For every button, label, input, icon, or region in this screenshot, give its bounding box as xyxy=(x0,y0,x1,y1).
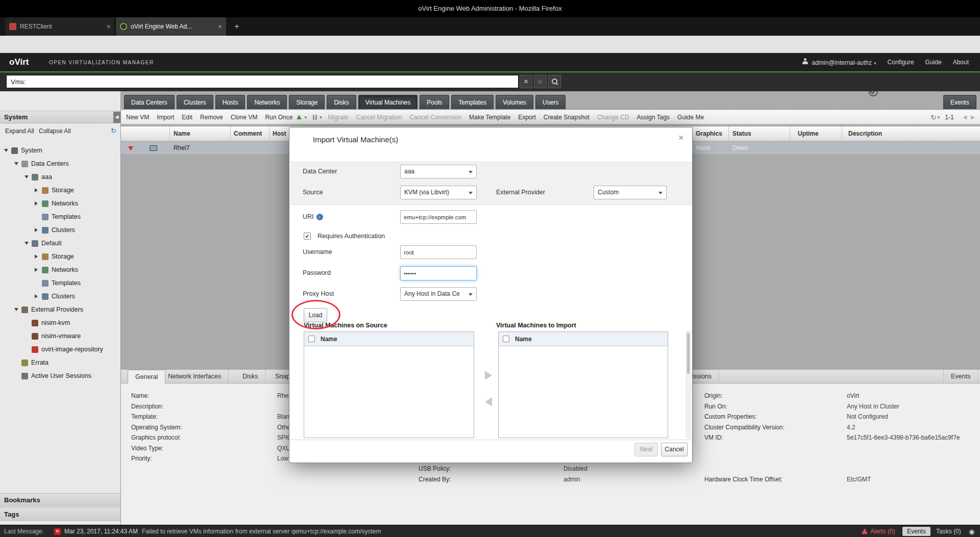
tree-item-ovirt-image-repository[interactable]: ovirt-image-repository xyxy=(0,343,120,356)
expander-down-icon[interactable] xyxy=(24,175,29,178)
tab-users[interactable]: Users xyxy=(535,95,566,109)
tree-item-storage[interactable]: Storage xyxy=(0,250,120,263)
select-all-checkbox[interactable] xyxy=(308,336,315,342)
tasks-button[interactable]: Tasks (0) xyxy=(936,528,961,535)
browser-tab-ovirt[interactable]: oVirt Engine Web Ad... × xyxy=(116,17,226,36)
expander-right-icon[interactable] xyxy=(35,268,38,272)
tree-item-external-providers[interactable]: External Providers xyxy=(0,303,120,316)
change-cd-button[interactable]: Change CD xyxy=(597,114,629,121)
tree-item-templates[interactable]: Templates xyxy=(0,210,120,223)
search-clear-button[interactable]: ✕ xyxy=(520,75,532,88)
alerts-button[interactable]: Alerts (0) xyxy=(862,528,895,535)
proxy-host-select[interactable]: Any Host in Data Ce xyxy=(400,287,477,301)
tree-refresh-icon[interactable]: ↻ xyxy=(111,127,116,135)
tree-item-networks[interactable]: Networks xyxy=(0,263,120,276)
user-menu[interactable]: admin@internal-authz▾ xyxy=(802,58,876,66)
tab-events[interactable]: Events xyxy=(943,95,976,109)
detail-tab-disks[interactable]: Disks xyxy=(235,370,266,383)
tab-hosts[interactable]: Hosts xyxy=(215,95,246,109)
expander-down-icon[interactable] xyxy=(14,162,18,165)
tree-item-default[interactable]: Default xyxy=(0,237,120,250)
source-select[interactable]: KVM (via Libvirt) xyxy=(400,186,477,199)
make-template-button[interactable]: Make Template xyxy=(469,114,510,121)
tab-clusters[interactable]: Clusters xyxy=(177,95,213,109)
next-button[interactable]: Next xyxy=(634,443,658,456)
expander-down-icon[interactable] xyxy=(4,149,8,152)
col-status[interactable]: Status xyxy=(732,130,751,137)
cancel-migration-button[interactable]: Cancel Migration xyxy=(356,114,402,121)
tab-pools[interactable]: Pools xyxy=(420,95,449,109)
tree-item-nisim-kvm[interactable]: nisim-kvm xyxy=(0,316,120,329)
uri-input[interactable] xyxy=(400,210,477,224)
page-prev-icon[interactable]: ◀ xyxy=(963,114,967,120)
tree-item-aaa[interactable]: aaa xyxy=(0,170,120,184)
new-tab-button[interactable]: + xyxy=(231,20,243,33)
guide-me-button[interactable]: Guide Me xyxy=(677,114,704,121)
tab-virtual-machines[interactable]: Virtual Machines xyxy=(358,95,418,109)
migrate-button[interactable]: Migrate xyxy=(328,114,349,121)
panel-collapse-icon[interactable]: ◀ xyxy=(113,112,120,123)
move-left-icon[interactable] xyxy=(485,397,492,406)
expander-right-icon[interactable] xyxy=(35,294,38,298)
remove-button[interactable]: Remove xyxy=(200,114,223,121)
load-button[interactable]: Load xyxy=(304,308,327,322)
tab-disks[interactable]: Disks xyxy=(327,95,356,109)
expander-right-icon[interactable] xyxy=(35,188,38,192)
tree-item-clusters[interactable]: Clusters xyxy=(0,223,120,237)
run-icon[interactable] xyxy=(297,115,302,119)
detail-tab-events[interactable]: Events xyxy=(943,370,978,383)
new-vm-button[interactable]: New VM xyxy=(126,114,149,121)
expander-right-icon[interactable] xyxy=(35,201,38,206)
move-right-icon[interactable] xyxy=(485,371,492,380)
tree-item-networks[interactable]: Networks xyxy=(0,197,120,210)
browser-tab-restclient[interactable]: RESTClient × xyxy=(5,17,115,36)
collapse-all-link[interactable]: Collapse All xyxy=(39,127,71,135)
edit-button[interactable]: Edit xyxy=(182,114,192,121)
expander-down-icon[interactable] xyxy=(14,308,18,311)
bookmarks-section[interactable]: Bookmarks xyxy=(0,493,120,506)
tree-item-system[interactable]: System xyxy=(0,144,120,157)
tags-section[interactable]: Tags xyxy=(0,507,120,521)
page-next-icon[interactable]: ▶ xyxy=(971,114,975,120)
source-vm-list[interactable]: Name xyxy=(304,331,474,438)
cancel-conversion-button[interactable]: Cancel Conversion xyxy=(410,114,461,121)
tree-item-data-centers[interactable]: Data Centers xyxy=(0,157,120,170)
tree-item-errata[interactable]: Errata xyxy=(0,356,120,369)
ovirt-search-field[interactable] xyxy=(6,75,519,88)
col-name[interactable]: Name xyxy=(174,130,190,137)
data-center-select[interactable]: aaa xyxy=(400,165,477,178)
list-column-name[interactable]: Name xyxy=(321,336,337,343)
select-all-checkbox[interactable] xyxy=(503,336,509,342)
suspend-icon[interactable] xyxy=(313,115,317,120)
dialog-close-icon[interactable]: × xyxy=(678,133,684,143)
expander-right-icon[interactable] xyxy=(35,228,38,232)
username-input[interactable] xyxy=(400,245,477,259)
shutdown-caret-icon[interactable]: ▾ xyxy=(320,115,322,120)
search-go-button[interactable] xyxy=(548,75,561,88)
tree-item-clusters[interactable]: Clusters xyxy=(0,290,120,303)
search-bookmark-button[interactable]: ☆ xyxy=(534,75,547,88)
run-caret-icon[interactable]: ▾ xyxy=(304,115,307,120)
tree-item-nisim-vmware[interactable]: nisim-vmware xyxy=(0,329,120,343)
col-uptime[interactable]: Uptime xyxy=(798,130,819,137)
col-graphics[interactable]: Graphics xyxy=(696,130,722,137)
gear-icon[interactable]: ◉ xyxy=(969,528,974,535)
refresh-caret-icon[interactable]: ▾ xyxy=(938,115,940,120)
clone-vm-button[interactable]: Clone VM xyxy=(231,114,258,121)
system-panel-header[interactable]: System ◀ xyxy=(0,111,120,123)
import-vm-list[interactable]: Name xyxy=(498,331,668,438)
tree-item-active-user-sessions[interactable]: Active User Sessions xyxy=(0,369,120,382)
tree-item-templates[interactable]: Templates xyxy=(0,276,120,290)
refresh-icon[interactable]: ↻ xyxy=(930,113,937,121)
tab-networks[interactable]: Networks xyxy=(247,95,287,109)
expander-down-icon[interactable] xyxy=(24,242,29,245)
tab-storage[interactable]: Storage xyxy=(289,95,325,109)
tab-data-centers[interactable]: Data Centers xyxy=(124,95,175,109)
expander-right-icon[interactable] xyxy=(35,254,38,259)
events-button[interactable]: Events xyxy=(902,527,930,536)
tab-volumes[interactable]: Volumes xyxy=(496,95,533,109)
expand-all-link[interactable]: Expand All xyxy=(5,127,34,135)
import-button[interactable]: Import xyxy=(157,114,174,121)
detail-tab-general[interactable]: General xyxy=(128,370,165,383)
col-description[interactable]: Description xyxy=(848,130,882,137)
